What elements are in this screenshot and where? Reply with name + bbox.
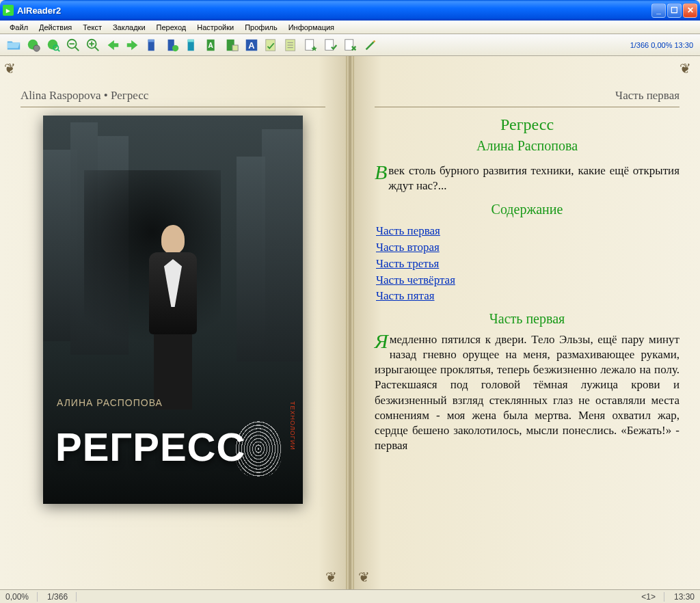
right-page-header: Часть первая [375, 89, 679, 107]
maximize-button[interactable]: ☐ [667, 3, 682, 18]
arrow-left-icon[interactable] [103, 36, 122, 55]
menu-file[interactable]: Файл [4, 22, 33, 33]
bookmark-blue-icon[interactable] [143, 36, 162, 55]
svg-rect-19 [232, 45, 238, 51]
zoom-out-icon[interactable] [64, 36, 83, 55]
status-page: 1/366 [47, 592, 77, 602]
menu-profile[interactable]: Профиль [239, 22, 283, 33]
svg-line-4 [57, 49, 59, 51]
toc-link[interactable]: Часть первая [376, 223, 679, 239]
book-author: Алина Распопова [375, 138, 679, 154]
ornament-icon: ❦ [325, 569, 342, 585]
bookmark-a-icon[interactable]: A [202, 36, 221, 55]
ornament-icon: ❦ [679, 60, 696, 77]
book-title: Регресс [375, 116, 679, 134]
intro-paragraph: В век столь бурного развития техники, ка… [375, 163, 679, 193]
globe-search-icon[interactable] [44, 36, 63, 55]
right-page: ❦ ❦ Часть первая Регресс Алина Распопова… [354, 56, 700, 589]
open-folder-icon[interactable] [4, 36, 23, 55]
svg-line-7 [75, 46, 79, 51]
globe-gear-icon[interactable] [24, 36, 43, 55]
title-bar: ▸ AlReader2 _ ☐ ✕ [0, 0, 700, 21]
svg-rect-29 [345, 39, 353, 50]
svg-text:A: A [208, 41, 214, 49]
left-page-header: Alina Raspopova • Регресс [21, 89, 325, 107]
section-heading: Часть первая [375, 311, 679, 327]
doc-star-icon[interactable] [301, 36, 321, 55]
toc-link[interactable]: Часть пятая [376, 288, 679, 304]
ornament-icon: ❦ [4, 60, 21, 77]
menu-actions[interactable]: Действия [33, 22, 77, 33]
close-button[interactable]: ✕ [683, 3, 697, 18]
doc-x-icon[interactable] [341, 36, 360, 55]
fingerprint-icon [234, 420, 282, 478]
book-spine [346, 56, 354, 589]
pencil-icon[interactable] [361, 36, 380, 55]
toc-link[interactable]: Часть третья [376, 256, 679, 272]
status-percent: 0,00% [5, 592, 38, 602]
book-cover: АЛИНА РАСПОПОВА РЕГРЕСС ТЕХНОЛОГИИ [43, 116, 303, 504]
dropcap: В [375, 163, 387, 181]
status-time: 13:30 [674, 592, 695, 602]
menu-settings[interactable]: Настройки [191, 22, 239, 33]
table-of-contents: Часть первая Часть вторая Часть третья Ч… [376, 223, 679, 304]
bookmark-toggle-icon[interactable] [222, 36, 241, 55]
toolbar-status: 1/366 0,00% 13:30 [630, 41, 696, 49]
zoom-in-icon[interactable] [83, 36, 103, 55]
menu-info[interactable]: Информация [283, 22, 340, 33]
svg-text:A: A [248, 40, 254, 50]
minimize-button[interactable]: _ [651, 3, 666, 18]
toolbar: A A 1/366 0,00% 13:30 [0, 34, 700, 56]
status-bar: 0,00% 1/366 <1> 13:30 [0, 589, 700, 603]
menu-bookmarks[interactable]: Закладки [107, 22, 151, 33]
arrow-right-icon[interactable] [123, 36, 142, 55]
menu-goto[interactable]: Переход [151, 22, 192, 33]
svg-point-14 [172, 45, 178, 51]
app-icon: ▸ [3, 5, 14, 16]
cover-title: РЕГРЕСС [55, 424, 245, 470]
toc-link[interactable]: Часть четвёртая [376, 272, 679, 289]
toc-link[interactable]: Часть вторая [376, 239, 679, 256]
bookmark-green-icon[interactable] [163, 36, 182, 55]
bookmark-cyan-icon[interactable] [183, 36, 202, 55]
body-text: медленно пятился к двери. Тело Эльзы, ещ… [375, 333, 679, 452]
status-marker: <1> [641, 592, 664, 602]
intro-text: век столь бурного развития техники, каки… [388, 164, 679, 192]
ornament-icon: ❦ [358, 569, 375, 585]
menu-text[interactable]: Текст [77, 22, 107, 33]
note-check-icon[interactable] [262, 36, 281, 55]
svg-rect-22 [266, 39, 275, 51]
font-a-icon[interactable]: A [242, 36, 261, 55]
app-title: AlReader2 [17, 5, 651, 16]
svg-point-1 [33, 45, 40, 51]
cover-author: АЛИНА РАСПОПОВА [57, 397, 163, 408]
cover-side-text: ТЕХНОЛОГИИ [288, 401, 296, 463]
body-paragraph: Я медленно пятился к двери. Тело Эльзы, … [375, 332, 679, 453]
left-page: ❦ ❦ Alina Raspopova • Регресс АЛИНА РАСП… [0, 56, 346, 589]
svg-line-11 [95, 46, 99, 51]
book-view[interactable]: ❦ ❦ Alina Raspopova • Регресс АЛИНА РАСП… [0, 56, 700, 589]
toc-heading: Содержание [375, 202, 679, 217]
dropcap: Я [375, 332, 388, 350]
svg-point-2 [48, 39, 58, 49]
menu-bar: Файл Действия Текст Закладки Переход Нас… [0, 21, 700, 34]
note-icon[interactable] [282, 36, 301, 55]
doc-check-icon[interactable] [321, 36, 340, 55]
